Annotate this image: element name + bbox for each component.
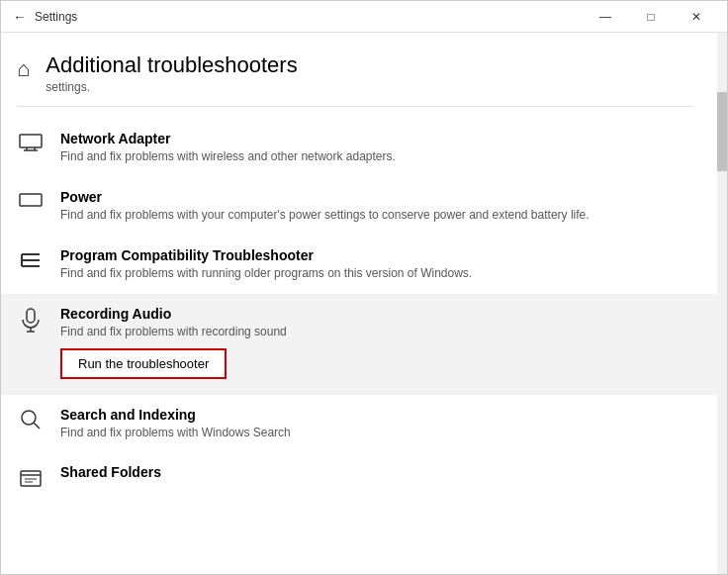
- list-item[interactable]: Recording Audio Find and fix problems wi…: [1, 294, 717, 340]
- svg-rect-0: [20, 135, 42, 147]
- svg-point-12: [22, 411, 36, 425]
- run-troubleshooter-button[interactable]: Run the troubleshooter: [60, 348, 227, 379]
- program-compat-desc: Find and fix problems with running older…: [60, 265, 693, 282]
- page-subtitle: settings.: [46, 80, 297, 94]
- program-compat-title: Program Compatibility Troubleshooter: [60, 247, 693, 263]
- section-divider: [17, 106, 693, 107]
- page-header-text: Additional troubleshooters settings.: [46, 52, 297, 94]
- network-adapter-title: Network Adapter: [60, 131, 693, 146]
- settings-window: ← Settings — □ ✕ ⌂ Additional troublesho…: [0, 0, 728, 575]
- network-adapter-text: Network Adapter Find and fix problems wi…: [60, 131, 693, 165]
- close-button[interactable]: ✕: [674, 1, 719, 33]
- main-content: ⌂ Additional troubleshooters settings.: [1, 33, 717, 574]
- search-indexing-title: Search and Indexing: [60, 407, 693, 423]
- title-bar: ← Settings — □ ✕: [1, 1, 727, 33]
- back-button[interactable]: ←: [13, 9, 27, 25]
- list-item[interactable]: Network Adapter Find and fix problems wi…: [17, 119, 693, 177]
- list-item[interactable]: Power Find and fix problems with your co…: [17, 177, 693, 236]
- network-adapter-desc: Find and fix problems with wireless and …: [60, 148, 693, 165]
- list-item[interactable]: Program Compatibility Troubleshooter Fin…: [17, 236, 693, 294]
- list-item[interactable]: Search and Indexing Find and fix problem…: [17, 395, 693, 453]
- power-text: Power Find and fix problems with your co…: [60, 189, 693, 224]
- svg-rect-4: [20, 194, 42, 206]
- page-title: Additional troubleshooters: [46, 52, 297, 78]
- power-title: Power: [60, 189, 693, 205]
- svg-rect-9: [27, 309, 35, 323]
- shared-folders-icon: [17, 464, 45, 488]
- title-bar-controls: — □ ✕: [583, 1, 719, 33]
- recording-audio-desc: Find and fix problems with recording sou…: [60, 324, 693, 340]
- svg-line-13: [34, 423, 40, 429]
- list-item[interactable]: Shared Folders: [17, 452, 693, 500]
- shared-folders-title: Shared Folders: [60, 464, 693, 480]
- power-desc: Find and fix problems with your computer…: [60, 207, 693, 224]
- title-bar-left: ← Settings: [13, 9, 77, 25]
- network-adapter-icon: [17, 131, 45, 152]
- recording-audio-title: Recording Audio: [60, 306, 693, 322]
- search-indexing-icon: [17, 407, 45, 431]
- program-compat-text: Program Compatibility Troubleshooter Fin…: [60, 247, 693, 282]
- recording-audio-text: Recording Audio Find and fix problems wi…: [60, 306, 693, 340]
- shared-folders-text: Shared Folders: [60, 464, 693, 482]
- power-icon: [17, 189, 45, 209]
- maximize-button[interactable]: □: [628, 1, 674, 33]
- minimize-button[interactable]: —: [583, 1, 628, 33]
- content-area: ⌂ Additional troubleshooters settings.: [1, 33, 727, 574]
- home-icon: ⌂: [17, 56, 30, 82]
- run-button-area: Run the troubleshooter: [1, 340, 717, 395]
- program-compat-icon: [17, 247, 45, 271]
- window-title: Settings: [35, 10, 77, 24]
- scrollbar-track[interactable]: [717, 33, 727, 574]
- scrollbar-thumb[interactable]: [717, 92, 727, 171]
- search-indexing-text: Search and Indexing Find and fix problem…: [60, 407, 693, 441]
- recording-audio-icon: [17, 306, 45, 334]
- page-header: ⌂ Additional troubleshooters settings.: [17, 52, 693, 94]
- search-indexing-desc: Find and fix problems with Windows Searc…: [60, 425, 693, 441]
